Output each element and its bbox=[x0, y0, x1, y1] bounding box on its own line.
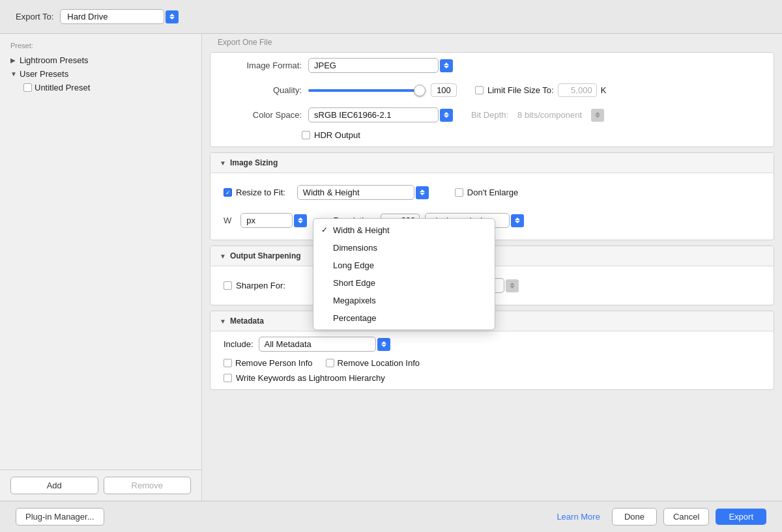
arrow-down-icon bbox=[381, 344, 386, 347]
sharpen-for-label: Sharpen For: bbox=[236, 281, 285, 290]
export-to-stepper[interactable] bbox=[166, 10, 179, 23]
metadata-remove-row: Remove Person Info Remove Location Info bbox=[210, 356, 774, 371]
expanded-triangle-icon: ▼ bbox=[10, 70, 17, 77]
resize-checkbox-row: Resize to Fit: bbox=[224, 188, 285, 197]
dropdown-item-long-edge[interactable]: Long Edge bbox=[313, 257, 495, 274]
export-one-file-label: Export One File bbox=[202, 34, 782, 49]
stepper-arrows bbox=[444, 63, 449, 68]
collapsed-triangle-icon: ▶ bbox=[10, 57, 17, 64]
arrow-up-icon bbox=[510, 283, 515, 285]
image-format-label: Image Format: bbox=[224, 61, 302, 70]
resize-dropdown-overlay: Width & Height Dimensions Long Edge Shor… bbox=[313, 218, 495, 330]
plugin-manager-button[interactable]: Plug-in Manager... bbox=[16, 508, 104, 525]
resize-stepper[interactable] bbox=[416, 186, 429, 199]
resize-select[interactable]: Width & Height bbox=[297, 185, 414, 200]
user-presets-label: User Presets bbox=[20, 69, 68, 79]
dont-enlarge-row: Don't Enlarge bbox=[455, 188, 518, 197]
export-button[interactable]: Export bbox=[716, 509, 766, 525]
hdr-output-label: HDR Output bbox=[314, 130, 360, 140]
metadata-include-row: Include: All Metadata bbox=[210, 331, 774, 356]
remove-location-info-row: Remove Location Info bbox=[326, 358, 420, 368]
cancel-button[interactable]: Cancel bbox=[663, 508, 709, 525]
color-space-stepper[interactable] bbox=[440, 109, 453, 122]
hdr-output-row: HDR Output bbox=[210, 128, 774, 147]
hdr-output-checkbox[interactable] bbox=[302, 131, 310, 139]
include-select-wrapper[interactable]: All Metadata bbox=[259, 337, 390, 352]
preset-label: Preset: bbox=[0, 39, 201, 53]
learn-more-link[interactable]: Learn More bbox=[557, 512, 600, 522]
amount-stepper[interactable] bbox=[506, 279, 519, 292]
image-format-select[interactable]: JPEG bbox=[308, 58, 439, 73]
write-keywords-row: Write Keywords as Lightroom Hierarchy bbox=[210, 371, 774, 389]
w-stepper[interactable] bbox=[294, 214, 307, 227]
image-format-stepper[interactable] bbox=[440, 59, 453, 72]
resolution-stepper[interactable] bbox=[511, 214, 524, 227]
arrow-up-icon bbox=[444, 112, 449, 115]
arrow-up-icon bbox=[298, 217, 303, 220]
w-unit-select[interactable]: px bbox=[240, 213, 293, 228]
export-to-select-wrapper[interactable]: Hard Drive bbox=[60, 9, 179, 24]
arrow-down-icon bbox=[169, 17, 175, 20]
dropdown-item-short-edge[interactable]: Short Edge bbox=[313, 274, 495, 292]
quality-value[interactable]: 100 bbox=[431, 83, 457, 97]
dont-enlarge-checkbox[interactable] bbox=[455, 188, 463, 197]
include-stepper[interactable] bbox=[377, 338, 390, 351]
write-keywords-checkbox[interactable] bbox=[224, 374, 232, 382]
bottom-bar: Plug-in Manager... Learn More Done Cance… bbox=[0, 501, 782, 532]
remove-location-info-label: Remove Location Info bbox=[338, 358, 420, 368]
sidebar-item-untitled-preset[interactable]: Untitled Preset bbox=[0, 81, 201, 94]
add-button[interactable]: Add bbox=[10, 477, 98, 494]
arrow-down-icon bbox=[595, 115, 600, 118]
done-button[interactable]: Done bbox=[612, 508, 657, 525]
dropdown-item-width-height[interactable]: Width & Height bbox=[313, 221, 495, 239]
stepper-arrows bbox=[515, 217, 520, 223]
quality-control: 100 Limit File Size To: K bbox=[308, 83, 606, 97]
w-label: W bbox=[224, 216, 231, 225]
dropdown-item-megapixels[interactable]: Megapixels bbox=[313, 292, 495, 309]
sidebar-item-lightroom-presets[interactable]: ▶ Lightroom Presets bbox=[0, 53, 201, 67]
image-format-select-wrapper[interactable]: JPEG bbox=[308, 58, 453, 73]
export-to-select[interactable]: Hard Drive bbox=[60, 9, 164, 24]
remove-location-info-checkbox[interactable] bbox=[326, 359, 334, 367]
image-format-row: Image Format: JPEG bbox=[210, 53, 774, 78]
arrow-up-icon bbox=[444, 63, 449, 65]
limit-file-size-row: Limit File Size To: K bbox=[475, 83, 606, 97]
untitled-preset-checkbox[interactable] bbox=[23, 83, 32, 92]
top-bar: Export To: Hard Drive bbox=[0, 0, 782, 34]
resize-select-wrapper[interactable]: Width & Height bbox=[297, 185, 429, 200]
dropdown-item-percentage[interactable]: Percentage bbox=[313, 309, 495, 327]
sidebar-bottom: Add Remove bbox=[0, 469, 201, 501]
resize-row: Resize to Fit: Width & Height bbox=[224, 180, 760, 205]
remove-person-info-label: Remove Person Info bbox=[235, 358, 313, 368]
color-space-select[interactable]: sRGB IEC61966-2.1 bbox=[308, 107, 439, 122]
limit-file-size-input[interactable] bbox=[558, 83, 597, 97]
include-select[interactable]: All Metadata bbox=[259, 337, 376, 352]
w-select-wrapper[interactable]: px bbox=[240, 213, 307, 228]
image-sizing-title: Image Sizing bbox=[230, 158, 278, 167]
remove-person-info-checkbox[interactable] bbox=[224, 359, 232, 367]
hdr-checkbox-row: HDR Output bbox=[302, 130, 360, 140]
image-sizing-triangle-icon: ▼ bbox=[220, 160, 226, 167]
export-to-label: Export To: bbox=[16, 12, 53, 21]
arrow-down-icon bbox=[510, 286, 515, 288]
arrow-down-icon bbox=[444, 66, 449, 68]
sidebar-item-user-presets[interactable]: ▼ User Presets bbox=[0, 67, 201, 81]
quality-row: Quality: 100 Limit File Size To: K bbox=[210, 78, 774, 102]
image-format-control: JPEG bbox=[308, 58, 453, 73]
limit-file-size-unit: K bbox=[601, 85, 607, 95]
stepper-arrows bbox=[381, 341, 386, 347]
bit-depth-stepper[interactable] bbox=[591, 109, 604, 122]
color-space-select-wrapper[interactable]: sRGB IEC61966-2.1 bbox=[308, 107, 453, 122]
limit-file-size-label: Limit File Size To: bbox=[487, 85, 554, 95]
quality-slider[interactable] bbox=[308, 89, 426, 92]
limit-file-size-checkbox[interactable] bbox=[475, 86, 484, 94]
sharpen-for-checkbox[interactable] bbox=[224, 281, 232, 290]
output-sharpening-triangle-icon: ▼ bbox=[220, 253, 226, 260]
dropdown-item-dimensions[interactable]: Dimensions bbox=[313, 239, 495, 257]
bit-depth-label: Bit Depth: bbox=[471, 110, 508, 120]
untitled-preset-label: Untitled Preset bbox=[35, 83, 90, 92]
stepper-arrows bbox=[169, 14, 175, 20]
resize-to-fit-checkbox[interactable] bbox=[224, 188, 232, 197]
include-label: Include: bbox=[224, 339, 253, 349]
remove-button[interactable]: Remove bbox=[104, 477, 192, 494]
